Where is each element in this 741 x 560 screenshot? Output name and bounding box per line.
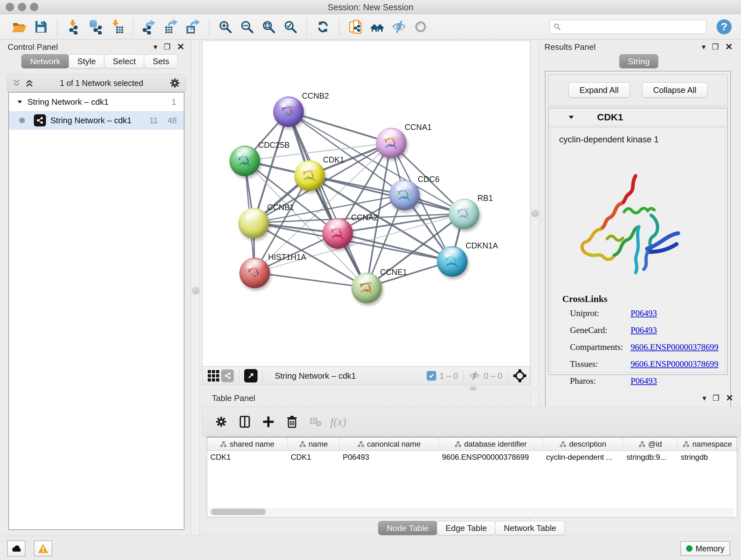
- tab-node-table[interactable]: Node Table: [378, 521, 437, 535]
- network-node-CCNB2[interactable]: [273, 97, 304, 127]
- search-input[interactable]: [564, 21, 703, 33]
- hide-selected-icon[interactable]: [390, 17, 408, 37]
- import-network-file-icon[interactable]: [64, 17, 83, 37]
- table-panel-menu-icon[interactable]: ▾: [702, 393, 706, 403]
- toolbar-separator: [133, 18, 133, 35]
- selected-checkbox-icon[interactable]: [427, 371, 436, 381]
- node-gloss-highlight: [393, 181, 415, 194]
- zoom-fit-icon[interactable]: [259, 17, 278, 37]
- network-canvas[interactable]: CCNB2CCNA1CDC25BCDK1CDC6RB1CCNB1CCNA2CDK…: [202, 41, 530, 367]
- crosslink-link[interactable]: 9606.ENSP00000378699: [630, 359, 718, 369]
- control-panel-float-icon[interactable]: ❒: [164, 42, 171, 52]
- control-panel-menu-icon[interactable]: ▾: [153, 42, 157, 52]
- network-node-CDK1[interactable]: [294, 160, 325, 191]
- network-node-CCNE1[interactable]: [351, 273, 382, 303]
- column-header-namespace[interactable]: namespace: [677, 437, 737, 450]
- import-network-database-icon[interactable]: [86, 17, 105, 37]
- detach-view-icon[interactable]: [244, 369, 258, 383]
- table-options-gear-icon[interactable]: [212, 413, 230, 431]
- tab-network[interactable]: Network: [21, 54, 69, 68]
- network-node-CCNA2[interactable]: [322, 218, 353, 249]
- warnings-icon[interactable]: [34, 541, 52, 557]
- horizontal-splitter-handle[interactable]: [470, 386, 477, 391]
- table-cell: CDK1: [207, 451, 287, 464]
- column-header-label: canonical name: [367, 440, 421, 449]
- tab-style[interactable]: Style: [69, 54, 105, 68]
- crosslink-link[interactable]: P06493: [630, 308, 657, 318]
- tab-sets[interactable]: Sets: [144, 54, 178, 68]
- show-column-selector-icon[interactable]: [236, 413, 254, 431]
- network-node-RB1[interactable]: [449, 199, 479, 229]
- table-row[interactable]: CDK1CDK1P064939606.ENSP00000378699cyclin…: [207, 451, 737, 464]
- column-header-description[interactable]: description: [543, 437, 623, 450]
- tab-edge-table[interactable]: Edge Table: [437, 521, 495, 535]
- network-node-HIST1H1A[interactable]: [239, 258, 270, 288]
- column-header-canonical-name[interactable]: canonical name: [340, 437, 439, 450]
- results-panel-close-icon[interactable]: ✕: [725, 42, 733, 52]
- string-home-icon[interactable]: [368, 17, 387, 37]
- tab-string[interactable]: String: [619, 54, 658, 68]
- memory-button[interactable]: Memory: [680, 541, 730, 556]
- tab-select[interactable]: Select: [104, 54, 144, 68]
- left-splitter-handle[interactable]: [192, 287, 199, 294]
- refresh-view-icon[interactable]: [314, 17, 332, 37]
- delete-column-trash-icon[interactable]: [283, 413, 301, 431]
- node-gloss-highlight: [298, 162, 320, 174]
- network-edge[interactable]: [255, 273, 366, 288]
- fit-selected-crosshair-icon[interactable]: [513, 369, 527, 383]
- crosslink-link[interactable]: P06493: [630, 376, 657, 386]
- function-builder-icon[interactable]: f(x): [330, 413, 346, 431]
- create-column-plus-icon[interactable]: [259, 413, 277, 431]
- control-panel-close-icon[interactable]: ✕: [177, 42, 185, 52]
- network-node-CCNB1[interactable]: [239, 208, 269, 239]
- column-header-shared-name[interactable]: shared name: [207, 437, 287, 450]
- gene-expander-icon[interactable]: [568, 114, 575, 121]
- results-panel-float-icon[interactable]: ❒: [712, 42, 719, 52]
- network-node-CCNA1[interactable]: [376, 128, 407, 159]
- node-label-CCNA1: CCNA1: [405, 123, 432, 132]
- export-image-icon[interactable]: [184, 17, 202, 37]
- column-header-@id[interactable]: @id: [623, 437, 677, 450]
- table-panel-close-icon[interactable]: ✕: [726, 393, 733, 403]
- zoom-out-icon[interactable]: [238, 17, 256, 37]
- network-node-CDKN1A[interactable]: [437, 246, 468, 277]
- network-node-CDC25B[interactable]: [229, 145, 260, 176]
- crosslink-link[interactable]: P06493: [630, 325, 657, 335]
- crosslink-label: Pharos:: [570, 376, 630, 386]
- delete-table-icon[interactable]: [307, 413, 325, 431]
- expand-all-icon[interactable]: [24, 78, 34, 88]
- help-icon[interactable]: ?: [716, 18, 733, 36]
- import-table-icon[interactable]: [108, 17, 126, 37]
- network-share-icon[interactable]: [220, 369, 234, 383]
- collapse-all-icon[interactable]: [12, 78, 21, 88]
- export-network-icon[interactable]: [140, 17, 158, 37]
- export-table-icon[interactable]: [162, 17, 180, 37]
- cloud-status-icon[interactable]: [7, 541, 25, 557]
- crosslink-link[interactable]: 9606.ENSP00000378699: [630, 342, 718, 352]
- right-splitter-handle[interactable]: [531, 209, 539, 217]
- collapse-all-button[interactable]: Collapse All: [642, 82, 708, 98]
- table-scrollbar-thumb[interactable]: [211, 509, 266, 515]
- expand-all-button[interactable]: Expand All: [568, 82, 630, 98]
- table-panel-float-icon[interactable]: ❒: [713, 393, 720, 403]
- zoom-selected-icon[interactable]: [281, 17, 300, 37]
- left-splitter[interactable]: [191, 41, 200, 535]
- open-session-icon[interactable]: [10, 17, 28, 37]
- gene-section-header[interactable]: CDK1: [549, 108, 727, 126]
- hidden-eye-slash-icon: [468, 371, 481, 381]
- network-collection-row[interactable]: String Network – cdk1 1: [9, 92, 184, 111]
- show-all-icon[interactable]: [411, 17, 430, 37]
- column-header-database-identifier[interactable]: database identifier: [439, 437, 543, 450]
- zoom-in-icon[interactable]: [216, 17, 234, 37]
- column-header-label: name: [309, 440, 328, 449]
- network-options-gear-icon[interactable]: [169, 77, 181, 89]
- tab-network-table[interactable]: Network Table: [495, 521, 565, 535]
- birdseye-grid-icon[interactable]: [206, 369, 220, 383]
- collection-expander-icon[interactable]: [17, 99, 23, 105]
- column-header-name[interactable]: name: [287, 437, 340, 450]
- save-session-icon[interactable]: [31, 17, 50, 37]
- network-row[interactable]: String Network – cdk1 11 48: [9, 111, 184, 130]
- results-panel-menu-icon[interactable]: ▾: [702, 42, 705, 52]
- share-session-file-icon[interactable]: [346, 17, 365, 37]
- network-node-CDC6[interactable]: [389, 180, 420, 210]
